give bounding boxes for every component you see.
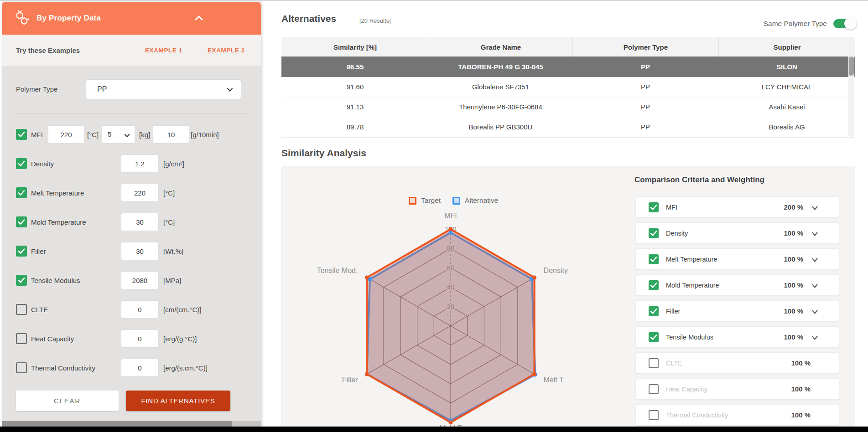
table-header-row: Similarity [%]Grade NamePolymer TypeSupp… bbox=[281, 37, 855, 57]
unit-label: [cm/(cm.°C)] bbox=[163, 300, 201, 319]
property-row-filler: Filler[Wt.%] bbox=[2, 242, 261, 261]
toggle-knob bbox=[844, 17, 857, 30]
grade-name-cell: TABOREN-PH 49 G 30-045 bbox=[429, 57, 572, 77]
column-header[interactable]: Grade Name bbox=[429, 37, 572, 57]
polymer-type-select[interactable]: PP bbox=[86, 79, 241, 99]
table-row[interactable]: 91.60Globalene SF7351PPLCY CHEMICAL bbox=[281, 77, 855, 97]
criteria-card-heat-capacity[interactable]: Heat Capacity100 % bbox=[635, 378, 839, 400]
unit-label: [MPa] bbox=[163, 271, 181, 290]
criteria-label: Mold Temperature bbox=[666, 282, 719, 289]
criteria-card-filler[interactable]: Filler100 % bbox=[635, 300, 839, 322]
chevron-down-icon bbox=[226, 87, 234, 93]
chevron-down-icon[interactable] bbox=[811, 283, 819, 291]
vertical-scrollbar-thumb[interactable] bbox=[849, 57, 854, 76]
property-input[interactable] bbox=[121, 359, 159, 377]
property-checkbox[interactable] bbox=[16, 304, 27, 315]
chevron-down-icon[interactable] bbox=[811, 309, 819, 317]
grade-name-cell: Borealis PP GB300U bbox=[429, 117, 572, 137]
property-input[interactable] bbox=[121, 300, 159, 319]
criteria-checkbox[interactable] bbox=[649, 254, 659, 264]
criteria-card-clte[interactable]: CLTE100 % bbox=[635, 352, 839, 374]
property-checkbox[interactable] bbox=[16, 246, 27, 257]
criteria-card-tensile-modulus[interactable]: Tensile Modulus100 % bbox=[635, 326, 839, 348]
vertical-scrollbar[interactable] bbox=[848, 38, 854, 137]
supplier-cell: Asahi Kasei bbox=[718, 97, 855, 117]
property-checkbox[interactable] bbox=[16, 158, 27, 169]
criteria-checkbox[interactable] bbox=[649, 280, 659, 290]
examples-bar: Try these Examples EXAMPLE 1 EXAMPLE 2 bbox=[2, 35, 261, 66]
property-label: Melt Temperature bbox=[31, 183, 84, 202]
property-checkbox[interactable] bbox=[16, 275, 27, 286]
property-label: CLTE bbox=[31, 300, 48, 319]
chevron-up-icon[interactable] bbox=[192, 12, 205, 25]
polymer-type-value: PP bbox=[86, 85, 107, 93]
property-checkbox[interactable] bbox=[16, 129, 27, 140]
criteria-card-mold-temperature[interactable]: Mold Temperature100 % bbox=[635, 274, 839, 296]
unit-label: [erg/(s.cm.°C)] bbox=[163, 358, 208, 377]
example-2-link[interactable]: EXAMPLE 2 bbox=[208, 47, 245, 54]
property-row-mfi: MFI[°C]5[kg][g/10min] bbox=[2, 125, 261, 144]
chevron-down-icon[interactable] bbox=[811, 334, 819, 343]
find-alternatives-button[interactable]: FIND ALTERNATIVES bbox=[126, 391, 230, 411]
criteria-card-mfi[interactable]: MFI200 % bbox=[635, 196, 839, 218]
property-label: Filler bbox=[31, 242, 46, 261]
chevron-down-icon[interactable] bbox=[811, 231, 819, 239]
criteria-weight: 200 % bbox=[784, 203, 803, 211]
criteria-card-thermal-conductivity[interactable]: Thermal Conductivity100 % bbox=[635, 404, 839, 426]
unit-label: [Wt.%] bbox=[163, 242, 183, 261]
sidebar-header[interactable]: By Property Data bbox=[2, 2, 261, 35]
same-polymer-type-toggle[interactable] bbox=[833, 19, 855, 28]
criteria-checkbox[interactable] bbox=[649, 358, 659, 368]
chevron-down-icon bbox=[124, 132, 130, 140]
property-checkbox[interactable] bbox=[16, 187, 27, 198]
polymer-type-cell: PP bbox=[572, 117, 718, 137]
property-input[interactable] bbox=[153, 125, 189, 144]
criteria-checkbox[interactable] bbox=[649, 332, 659, 342]
property-input[interactable] bbox=[121, 213, 159, 231]
table-row[interactable]: 91.13Thermylene P6-30FG-0684PPAsahi Kase… bbox=[281, 97, 855, 117]
svg-text:Filler: Filler bbox=[342, 376, 358, 384]
similarity-analysis-title: Similarity Analysis bbox=[281, 148, 366, 159]
criteria-checkbox[interactable] bbox=[649, 202, 659, 212]
example-1-link[interactable]: EXAMPLE 1 bbox=[145, 47, 182, 54]
property-input[interactable] bbox=[121, 154, 159, 173]
criteria-checkbox[interactable] bbox=[649, 410, 659, 420]
criteria-checkbox[interactable] bbox=[649, 384, 659, 394]
unit-label: [°C] bbox=[163, 212, 175, 231]
similarity-cell: 91.60 bbox=[281, 77, 429, 97]
criteria-checkbox[interactable] bbox=[649, 306, 659, 316]
divider bbox=[16, 113, 249, 113]
clear-button[interactable]: CLEAR bbox=[16, 391, 119, 411]
criteria-weight: 100 % bbox=[784, 255, 803, 263]
property-input[interactable] bbox=[48, 125, 84, 144]
sidebar-actions: CLEAR FIND ALTERNATIVES bbox=[2, 391, 261, 411]
property-checkbox[interactable] bbox=[16, 362, 27, 373]
criteria-card-density[interactable]: Density100 % bbox=[635, 222, 839, 244]
property-input[interactable] bbox=[121, 271, 159, 289]
criteria-label: Thermal Conductivity bbox=[666, 411, 728, 419]
chevron-down-icon[interactable] bbox=[811, 257, 819, 265]
property-checkbox[interactable] bbox=[16, 216, 27, 227]
polymer-type-label: Polymer Type bbox=[16, 85, 57, 93]
property-checkbox[interactable] bbox=[16, 333, 27, 344]
mfi-weight-select[interactable]: 5 bbox=[102, 125, 135, 144]
property-input[interactable] bbox=[121, 242, 159, 260]
property-input[interactable] bbox=[121, 329, 159, 348]
chevron-down-icon[interactable] bbox=[811, 205, 819, 213]
property-row-mold-temperature: Mold Temperature[°C] bbox=[2, 212, 261, 231]
property-label: Thermal Conductivity bbox=[31, 358, 95, 377]
column-header[interactable]: Similarity [%] bbox=[281, 37, 429, 57]
criteria-checkbox[interactable] bbox=[649, 228, 659, 238]
property-input[interactable] bbox=[121, 184, 159, 202]
column-header[interactable]: Supplier bbox=[718, 37, 855, 57]
table-row[interactable]: 89.78Borealis PP GB300UPPBorealis AG bbox=[281, 117, 855, 137]
table-row[interactable]: 96.55TABOREN-PH 49 G 30-045PPSILON bbox=[281, 57, 855, 77]
sidebar-title: By Property Data bbox=[36, 2, 101, 35]
unit-label: [kg] bbox=[139, 125, 150, 144]
svg-text:Tensile Mod.: Tensile Mod. bbox=[317, 267, 358, 274]
column-header[interactable]: Polymer Type bbox=[572, 37, 718, 57]
same-polymer-type-label: Same Polymer Type bbox=[764, 20, 827, 28]
criteria-card-melt-temperature[interactable]: Melt Temperature100 % bbox=[635, 248, 839, 270]
criteria-label: Heat Capacity bbox=[666, 386, 707, 393]
criteria-label: Density bbox=[666, 230, 688, 237]
